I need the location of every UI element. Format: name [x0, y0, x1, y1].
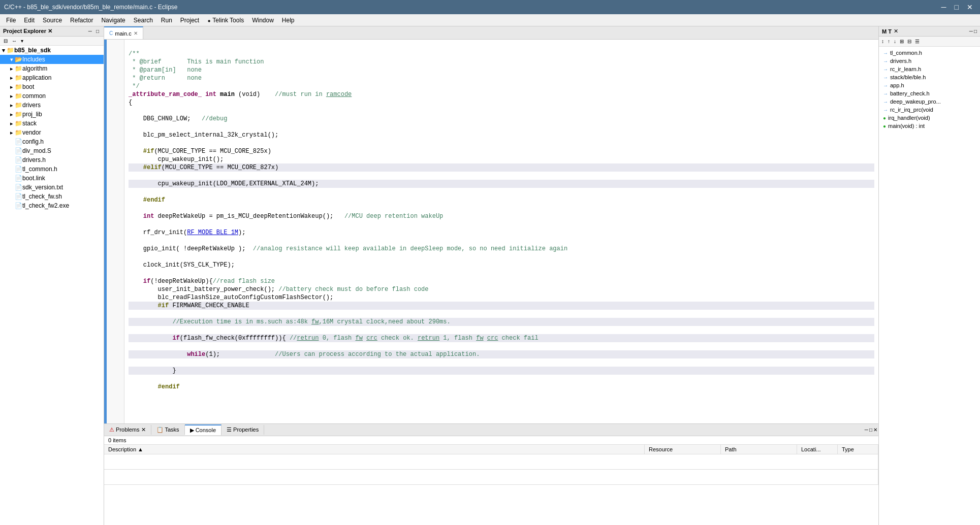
maximize-panel-button[interactable]: □: [94, 28, 101, 35]
outline-btn-3[interactable]: ↓: [892, 38, 898, 45]
link-with-editor-button[interactable]: ↔: [10, 38, 18, 44]
root-label: b85_ble_sdk: [14, 47, 51, 54]
tree-item-drivers-h[interactable]: ▸ 📄 drivers.h: [0, 155, 104, 165]
tree-label-common: common: [22, 92, 46, 100]
tree-item-boot-link[interactable]: ▸ 📄 boot.link: [0, 174, 104, 183]
menu-file[interactable]: File: [2, 16, 20, 25]
outline-item-battery-h[interactable]: → battery_check.h: [881, 89, 978, 97]
outline-item-tl-common-h[interactable]: → tl_common.h: [881, 49, 978, 57]
outline-item-deep-wakeup[interactable]: → deep_wakeup_pro...: [881, 97, 978, 106]
bottom-tabs-bar: ⚠ Problems ✕ 📋 Tasks ▶ Console ☰ Propert…: [104, 424, 878, 436]
col-location[interactable]: Locati...: [797, 445, 838, 454]
tree-item-boot[interactable]: ▸ 📁 boot: [0, 82, 104, 91]
outline-item-main[interactable]: ● main(void) : int: [881, 122, 978, 130]
tree-label-includes: Includes: [22, 56, 45, 63]
include-icon-5: →: [883, 83, 888, 88]
tree-item-stack[interactable]: ▸ 📁 stack: [0, 119, 104, 128]
tree-item-application[interactable]: ▸ 📁 application: [0, 73, 104, 82]
menu-navigate[interactable]: Navigate: [97, 16, 129, 25]
outline-item-irq-handler[interactable]: ● irq_handler(void): [881, 114, 978, 122]
menu-telink[interactable]: ⬥ Telink Tools: [203, 16, 248, 25]
tree-label-proj-lib: proj_lib: [22, 111, 42, 118]
right-panel-min[interactable]: ─: [969, 28, 973, 34]
minimize-panel-button[interactable]: ─: [87, 28, 93, 35]
tree-label-drivers: drivers: [22, 102, 41, 109]
outline-label-deep: deep_wakeup_pro...: [890, 99, 941, 105]
editor-tab-main-c[interactable]: C main.c ✕: [104, 26, 143, 39]
menu-window[interactable]: Window: [248, 16, 278, 25]
tree-item-proj-lib[interactable]: ▸ 📁 proj_lib: [0, 110, 104, 119]
code-content: /** * @brief This is main function * @pa…: [124, 40, 878, 423]
outline-label-app: app.h: [890, 82, 904, 88]
tree-item-vendor[interactable]: ▸ 📁 vendor: [0, 128, 104, 137]
tree-item-tl-check-fw2-exe[interactable]: ▸ 📄 tl_check_fw2.exe: [0, 201, 104, 210]
bottom-tab-tasks[interactable]: 📋 Tasks: [151, 425, 185, 435]
bottom-panel-maximize[interactable]: □: [869, 427, 872, 433]
tree-item-tl-common-h[interactable]: ▸ 📄 tl_common.h: [0, 165, 104, 174]
func-icon-1: ●: [883, 115, 886, 121]
right-panel-max[interactable]: □: [974, 28, 977, 34]
minimize-button[interactable]: ─: [938, 2, 950, 12]
menu-source[interactable]: Source: [39, 16, 66, 25]
collapse-all-button[interactable]: ⊟: [2, 38, 9, 44]
outline-btn-5[interactable]: ⊟: [906, 38, 913, 45]
bottom-panel: ⚠ Problems ✕ 📋 Tasks ▶ Console ☰ Propert…: [104, 423, 878, 525]
tree-label-boot-link: boot.link: [22, 175, 45, 182]
outline-item-app-h[interactable]: → app.h: [881, 81, 978, 89]
bottom-tab-properties[interactable]: ☰ Properties: [222, 425, 264, 435]
bottom-panel-minimize[interactable]: ─: [865, 427, 868, 433]
project-explorer-panel: Project Explorer ✕ ─ □ ⊟ ↔ ▾ ▾ 📁 b85_ble…: [0, 26, 104, 525]
bottom-tab-console[interactable]: ▶ Console: [185, 424, 222, 435]
tree-label-drivers-h: drivers.h: [22, 156, 46, 163]
bottom-tab-problems[interactable]: ⚠ Problems ✕: [104, 425, 151, 435]
tree-item-common[interactable]: ▸ 📁 common: [0, 91, 104, 101]
col-description[interactable]: Description ▲: [104, 445, 645, 454]
menu-help[interactable]: Help: [278, 16, 299, 25]
outline-item-rc-ir-learn[interactable]: → rc_ir_learn.h: [881, 65, 978, 73]
tree-item-config-h[interactable]: ▸ 📄 config.h: [0, 137, 104, 146]
tree-label-config-h: config.h: [22, 138, 44, 145]
outline-btn-2[interactable]: ↑: [886, 38, 892, 45]
tree-item-algorithm[interactable]: ▸ 📁 algorithm: [0, 64, 104, 73]
col-resource[interactable]: Resource: [645, 445, 721, 454]
outline-label-battery: battery_check.h: [890, 90, 930, 96]
outline-label-rc-ir: rc_ir_learn.h: [890, 66, 921, 72]
tree-item-sdk-version[interactable]: ▸ 📄 sdk_version.txt: [0, 183, 104, 192]
editor-tabs-bar: C main.c ✕: [104, 26, 878, 40]
table-row-empty-2: [104, 470, 878, 485]
outline-btn-4[interactable]: ⊞: [898, 38, 905, 45]
tree-label-tl-check-fw-sh: tl_check_fw.sh: [22, 193, 62, 200]
outline-label-rc-irq: rc_ir_irq_prc(void: [890, 107, 933, 113]
tree-root[interactable]: ▾ 📁 b85_ble_sdk: [0, 46, 104, 55]
outline-label-drivers: drivers.h: [890, 58, 911, 64]
menu-project[interactable]: Project: [176, 16, 203, 25]
col-type[interactable]: Type: [838, 445, 878, 454]
code-editor[interactable]: /** * @brief This is main function * @pa…: [104, 40, 878, 423]
include-icon-6: →: [883, 91, 888, 96]
explorer-menu-button[interactable]: ▾: [19, 38, 25, 44]
maximize-button[interactable]: □: [952, 2, 962, 12]
tree-item-drivers[interactable]: ▸ 📁 drivers: [0, 101, 104, 110]
menu-run[interactable]: Run: [157, 16, 176, 25]
col-path[interactable]: Path: [721, 445, 797, 454]
outline-label-irq: irq_handler(void): [888, 115, 930, 121]
include-icon-4: →: [883, 75, 888, 80]
tree-item-div-mod-s[interactable]: ▸ 📄 div_mod.S: [0, 146, 104, 155]
menu-search[interactable]: Search: [130, 16, 157, 25]
menu-refactor[interactable]: Refactor: [66, 16, 97, 25]
outline-item-drivers-h[interactable]: → drivers.h: [881, 57, 978, 65]
outline-label-tl-common: tl_common.h: [890, 50, 922, 56]
close-button[interactable]: ✕: [964, 2, 976, 12]
outline-btn-1[interactable]: ↕: [880, 38, 886, 45]
menu-edit[interactable]: Edit: [20, 16, 39, 25]
tab-close-main-c[interactable]: ✕: [134, 30, 138, 36]
tab-label-main-c: main.c: [115, 30, 131, 37]
tree-item-tl-check-fw-sh[interactable]: ▸ 📄 tl_check_fw.sh: [0, 192, 104, 201]
tree-item-includes[interactable]: ▾ 📂 Includes: [0, 55, 104, 64]
outline-btn-6[interactable]: ☰: [913, 38, 921, 45]
include-icon-8: →: [883, 107, 888, 113]
bottom-panel-close[interactable]: ✕: [873, 427, 877, 433]
outline-item-rc-ir-irq[interactable]: → rc_ir_irq_prc(void: [881, 106, 978, 114]
panel-close-icon[interactable]: ✕: [894, 28, 898, 35]
outline-item-ble-h[interactable]: → stack/ble/ble.h: [881, 73, 978, 81]
